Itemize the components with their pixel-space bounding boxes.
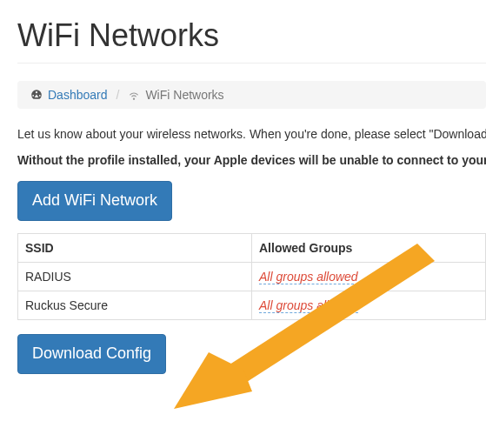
ssid-cell: Ruckus Secure [18,291,252,320]
breadcrumb-current: WiFi Networks [145,88,223,102]
divider [17,63,486,64]
wifi-icon [128,89,140,101]
table-row: Ruckus Secure All groups allowed [18,291,486,320]
breadcrumb: Dashboard / WiFi Networks [17,81,486,109]
allowed-groups-link[interactable]: All groups allowed [259,298,358,313]
ssid-cell: RADIUS [18,263,252,291]
wifi-table: SSID Allowed Groups RADIUS All groups al… [17,233,486,320]
page-title: WiFi Networks [17,17,486,54]
table-header-groups: Allowed Groups [252,234,486,263]
intro-text: Let us know about your wireless networks… [17,126,486,144]
table-header-ssid: SSID [18,234,252,263]
allowed-groups-link[interactable]: All groups allowed [259,270,358,284]
dashboard-icon [30,89,43,101]
warning-text: Without the profile installed, your Appl… [17,152,486,170]
add-wifi-network-button[interactable]: Add WiFi Network [17,181,172,221]
table-row: RADIUS All groups allowed [18,263,486,291]
download-config-button[interactable]: Download Config [17,334,166,374]
breadcrumb-separator: / [113,88,123,102]
breadcrumb-dashboard-link[interactable]: Dashboard [48,88,108,102]
